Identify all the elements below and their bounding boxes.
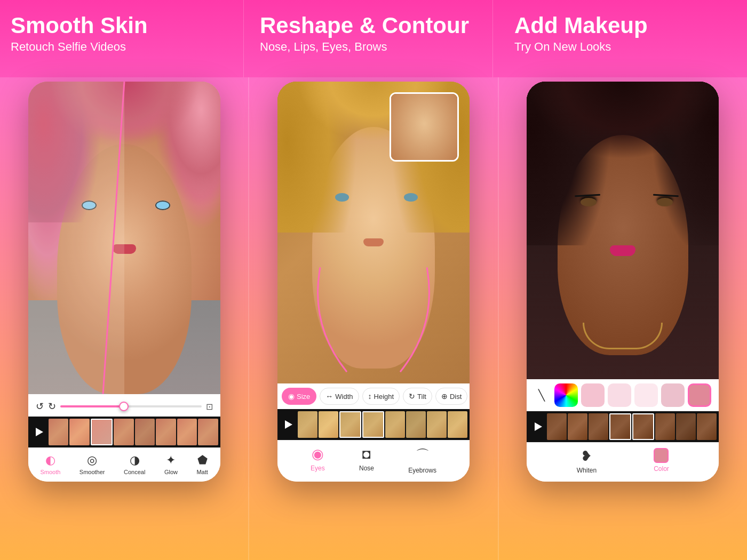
reshape-col: ◉ Size ↔ Width ↕ Height ↻ Tilt xyxy=(249,77,497,560)
crop-icon[interactable]: ⊡ xyxy=(206,402,213,412)
tool-matt[interactable]: ⬟ Matt xyxy=(196,453,208,475)
panel-1-title: Smooth Skin xyxy=(11,13,233,38)
matt-label: Matt xyxy=(196,469,208,475)
panel-2-subtitle: Nose, Lips, Eyes, Brows xyxy=(260,40,482,54)
nose-icon: ◘ xyxy=(362,446,371,462)
slider-fill xyxy=(60,405,124,407)
panel-2-header: Reshape & Contour Nose, Lips, Eyes, Brow… xyxy=(244,0,492,77)
size-label: Size xyxy=(297,393,310,401)
frame-2-6 xyxy=(406,411,426,438)
color-rainbow[interactable] xyxy=(554,383,578,407)
brush-tool[interactable]: ╲ xyxy=(532,386,551,405)
diagonal-split-line xyxy=(28,82,220,394)
feature-height[interactable]: ↕ Height xyxy=(362,388,400,405)
feature-tilt[interactable]: ↻ Tilt xyxy=(403,388,432,405)
frame-2-3 xyxy=(339,411,361,438)
lips-3 xyxy=(610,245,635,256)
tool-color[interactable]: Color xyxy=(654,448,669,474)
left-eye-3 xyxy=(581,198,597,206)
tilt-icon: ↻ xyxy=(409,392,415,401)
play-button-3[interactable] xyxy=(529,418,546,435)
svg-line-0 xyxy=(103,82,124,394)
person2-photo xyxy=(277,82,470,383)
conceal-icon: ◑ xyxy=(130,453,140,467)
matt-icon: ⬟ xyxy=(197,453,208,467)
header-strip: Smooth Skin Retouch Selfie Videos Reshap… xyxy=(0,0,747,77)
glow-label: Glow xyxy=(164,469,178,475)
play-triangle-2 xyxy=(285,420,292,429)
face-tool-row: ◉ Eyes ◘ Nose ⌒ Eyebrows xyxy=(277,440,470,482)
right-eye-3 xyxy=(657,198,673,206)
makeup-col: ╲ xyxy=(499,77,747,560)
curly-hair xyxy=(527,82,719,245)
size-icon: ◉ xyxy=(288,392,295,401)
frame-3-1 xyxy=(547,413,567,440)
frame-1-7 xyxy=(177,419,197,445)
feature-width[interactable]: ↔ Width xyxy=(320,388,359,405)
frame-3-6 xyxy=(655,413,675,440)
play-button-1[interactable] xyxy=(30,423,47,441)
brush-icon: ╲ xyxy=(538,389,545,402)
slider-thumb[interactable] xyxy=(119,402,129,411)
nose-label: Nose xyxy=(359,465,374,472)
conceal-label: Conceal xyxy=(124,469,145,475)
smoother-label: Smoother xyxy=(80,469,105,475)
frame-1-2 xyxy=(69,419,90,445)
tool-conceal[interactable]: ◑ Conceal xyxy=(124,453,145,475)
tool-whiten[interactable]: ❥ Whiten xyxy=(577,448,597,474)
color-pink1[interactable] xyxy=(581,383,605,407)
feature-dist[interactable]: ⊕ Dist xyxy=(435,388,467,405)
person3-photo xyxy=(527,82,719,379)
filmstrip-1 xyxy=(28,417,220,447)
tool-eyebrows[interactable]: ⌒ Eyebrows xyxy=(408,446,436,474)
content-area: ↺ ↻ ⊡ xyxy=(0,77,747,560)
feature-size[interactable]: ◉ Size xyxy=(282,388,316,405)
dist-label: Dist xyxy=(450,393,462,401)
redo-icon[interactable]: ↻ xyxy=(48,401,56,412)
color-icon-box xyxy=(654,448,669,463)
frame-3-8 xyxy=(697,413,717,440)
play-button-2[interactable] xyxy=(280,416,297,433)
tool-glow[interactable]: ✦ Glow xyxy=(164,453,178,475)
eyebrows-icon: ⌒ xyxy=(416,446,430,465)
undo-icon[interactable]: ↺ xyxy=(36,401,44,412)
frames-container-3 xyxy=(547,413,717,440)
eyes-icon: ◉ xyxy=(312,446,324,462)
frame-1-8 xyxy=(198,419,218,445)
glow-icon: ✦ xyxy=(166,453,176,467)
color-pink2[interactable] xyxy=(608,383,631,407)
app-container: Smooth Skin Retouch Selfie Videos Reshap… xyxy=(0,0,747,560)
panel-1-header: Smooth Skin Retouch Selfie Videos xyxy=(0,0,243,77)
frame-1-4 xyxy=(114,419,134,445)
tool-nose[interactable]: ◘ Nose xyxy=(359,446,374,474)
color-pink3[interactable] xyxy=(634,383,658,407)
phone-3: ╲ xyxy=(527,82,719,482)
smooth-icon: ◐ xyxy=(45,453,55,467)
color-label: Color xyxy=(654,465,669,473)
frame-1-6 xyxy=(156,419,176,445)
tool-eyes[interactable]: ◉ Eyes xyxy=(311,446,325,474)
phone-2: ◉ Size ↔ Width ↕ Height ↻ Tilt xyxy=(277,82,470,482)
frame-3-7 xyxy=(676,413,696,440)
panel-3-header: Add Makeup Try On New Looks xyxy=(493,0,747,77)
smooth-skin-col: ↺ ↻ ⊡ xyxy=(0,77,248,560)
person1-photo xyxy=(28,82,220,394)
frame-3-5 xyxy=(632,413,654,440)
frame-2-2 xyxy=(319,411,338,438)
frame-1-5 xyxy=(135,419,155,445)
frame-2-8 xyxy=(448,411,467,438)
frames-container-1 xyxy=(49,419,218,445)
pip-content xyxy=(391,94,457,160)
tool-smoother[interactable]: ◎ Smoother xyxy=(80,453,105,475)
color-pink-selected[interactable] xyxy=(688,383,711,407)
frame-3-4 xyxy=(609,413,631,440)
slider-track[interactable] xyxy=(60,405,202,407)
tool-smooth[interactable]: ◐ Smooth xyxy=(40,453,60,475)
frame-3-3 xyxy=(589,413,608,440)
frame-1-1 xyxy=(49,419,69,445)
slider-row: ↺ ↻ ⊡ xyxy=(28,394,220,417)
smoother-icon: ◎ xyxy=(87,453,97,467)
frame-2-5 xyxy=(385,411,405,438)
color-pink4[interactable] xyxy=(661,383,685,407)
feature-buttons: ◉ Size ↔ Width ↕ Height ↻ Tilt xyxy=(277,383,470,409)
